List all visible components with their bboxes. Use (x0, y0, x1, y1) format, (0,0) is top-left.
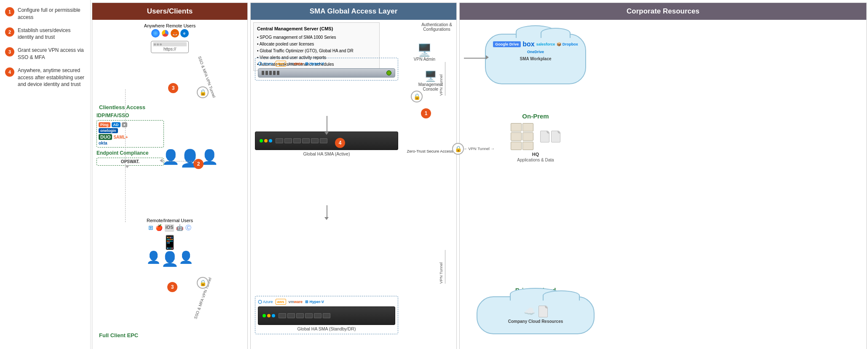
badge-2-circle: 2 (193, 159, 204, 169)
idp-logos-row4: okta (99, 141, 162, 145)
person-icon-b1: 👤 (146, 250, 161, 267)
browser-dot-2 (157, 43, 159, 46)
sma-badge-4-circle: 4 (335, 138, 345, 148)
idp-section: IDP/MFA/SSO Ping AD ● onelogin DUO SAML+ (96, 113, 164, 166)
people-group-middle: 👤 👤 👤 (162, 148, 218, 168)
idp-logos: Ping AD ● (99, 122, 162, 127)
vpn-admin-icon: 🖥️ (414, 43, 435, 57)
rack-light-amber-2 (267, 314, 271, 317)
rack-port-1d (302, 138, 310, 143)
box-logo: box (522, 40, 534, 48)
firefox-icon: 🦊 (171, 29, 179, 38)
rack-port-2b (287, 313, 295, 318)
hq-server-row1 (511, 123, 533, 132)
lock-icon-top: 🔒 (197, 86, 209, 98)
clientless-access-section: Clientless Access (99, 104, 145, 110)
diagram: 1 Configure full or permissible access 2… (0, 0, 868, 349)
rack-port-1b (284, 138, 292, 143)
global-ha-active-label: Global HA SMA (Active) (255, 151, 398, 156)
rack-lights-1 (260, 139, 272, 142)
sma-status-light-top (386, 70, 391, 75)
rack-port-1a (276, 138, 283, 143)
browser-icons: 🦊 e (128, 29, 212, 38)
cloud-doc-corner (545, 306, 547, 309)
server-block-3 (511, 132, 522, 141)
vert-arrow-active-standby (327, 116, 327, 133)
doc-corner-2 (557, 131, 560, 134)
vmware-logo-bot: vmware (289, 300, 303, 304)
idp-logos-row3: DUO SAML+ (99, 134, 162, 140)
users-clients-panel: Users/Clients Anywhere Remote Users 🦊 e (92, 3, 248, 349)
rack-light-green-1 (260, 139, 263, 142)
sidebar-item-3: 3 Grant secure VPN access via SSO & MFA (5, 47, 85, 61)
sma-badge-4: 4 (335, 138, 345, 148)
badge-2: 2 (193, 159, 204, 169)
apple-icon: 🍎 (155, 224, 163, 232)
remote-internal-label: Remote/Internal Users (128, 218, 212, 223)
rack-light-green-2 (263, 314, 266, 317)
sidebar-num-3: 3 (5, 47, 14, 56)
sidebar-item-2: 2 Establish users/devices identity and t… (5, 27, 85, 41)
vpn-arrowhead-saas (486, 55, 489, 59)
vpn-tunnel-label-bot: VPN Tunnel (439, 250, 445, 284)
edge-icon: e (180, 29, 189, 38)
cms-bullet-2: • Allocate pooled user licenses (257, 41, 376, 48)
android-icon: 🤖 (176, 224, 183, 232)
sma-rack-standby (258, 306, 395, 325)
chrome-icon (161, 29, 169, 38)
idp-logos-row2: onelogin (99, 128, 162, 133)
endpoint-box: OPSWAT. (96, 158, 164, 166)
rack-light-blue-2 (272, 314, 275, 317)
dashed-line-left-lower (125, 167, 126, 222)
google-drive-logo: Google Drive (493, 41, 521, 47)
users-clients-content: Anywhere Remote Users 🦊 e (92, 20, 247, 349)
other-logo: ● (122, 122, 127, 127)
dropbox-logo: 📦 Dropbox (557, 42, 578, 46)
sma-upper-dashed-box: ⬡ Azure aws vmware ⊞ Hyper-V (255, 58, 398, 81)
hyperv-logo-top: ⊞ Hyper-V (305, 62, 324, 66)
sidebar-num-4: 4 (5, 67, 14, 77)
rack-light-amber-1 (264, 139, 268, 142)
cms-title: Central Management Server (CMS) (257, 25, 376, 33)
vpn-tunnel-label-top: VPN Tunnel (439, 62, 445, 96)
dashed-line-left (125, 89, 126, 167)
doc-icon-1 (540, 131, 549, 142)
os-icons: ⊞ 🍎 iOS 🤖 Ⓒ (128, 224, 212, 232)
sma-port-3 (269, 71, 272, 75)
aws-logo-top: aws (276, 61, 286, 67)
rack-port-1c (293, 138, 301, 143)
private-cloud-shape: ☁️ Company Cloud Resources (477, 296, 595, 334)
clientless-access-label: Clientless Access (99, 104, 145, 110)
sma-lock-circle: 🔒 (411, 91, 423, 102)
rack-lights-2 (263, 314, 275, 317)
server-block-4 (522, 132, 533, 141)
hq-server-row2 (511, 132, 533, 141)
browser-dot-3 (160, 43, 162, 46)
lock-circle-bottom: 🔒 (197, 277, 209, 289)
vpn-tunnel-top-area: VPN Tunnel (439, 62, 445, 96)
cloud-logos-bot: ⬡ Azure aws vmware ⊞ Hyper-V (258, 299, 395, 305)
zero-trust-label: Zero-Trust Secure Access (407, 149, 453, 153)
cloud-doc-icon (538, 306, 548, 317)
sma-port-1 (262, 71, 264, 75)
sma-badge-1-circle: 1 (421, 108, 431, 118)
badge-3-bottom-circle: 3 (167, 282, 177, 292)
sma-ha-active-section: Global HA SMA (Active) (255, 132, 398, 156)
person-icon-b2: 👤 (161, 250, 179, 267)
server-block-6 (522, 142, 533, 150)
sma-lower-dashed: ⬡ Azure aws vmware ⊞ Hyper-V (255, 296, 398, 334)
rack-ports-1 (276, 138, 394, 143)
hyperv-logo-bot: ⊞ Hyper-V (305, 300, 324, 304)
rack-port-2d (305, 313, 313, 318)
onprem-label: On-Prem (477, 113, 595, 120)
server-block-2 (522, 123, 533, 132)
saas-cloud: Google Drive box salesforce 📦 Dropbox On… (485, 34, 586, 84)
corp-lock-icon: 🔒 (452, 143, 464, 155)
vpn-admin-label: VPN Admin (414, 57, 435, 62)
azure-logo-bot: ⬡ Azure (258, 299, 273, 305)
corp-content: SaaS Google Drive box salesforce 📦 Dropb… (460, 20, 866, 349)
server-block-1 (511, 123, 522, 132)
azure-logo-top: ⬡ Azure (258, 61, 273, 67)
doc-corner-1 (547, 131, 549, 134)
sidebar-text-1: Configure full or permissible access (18, 7, 85, 21)
